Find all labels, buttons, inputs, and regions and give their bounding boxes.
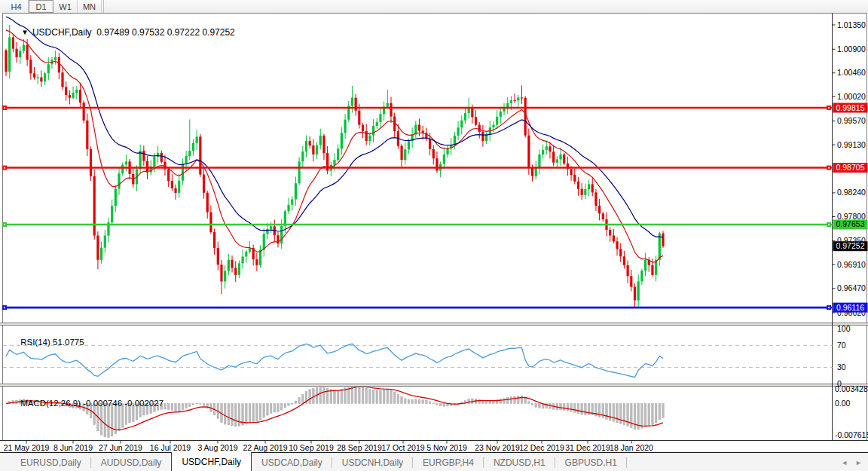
candle-body (96, 236, 99, 260)
tab-eurusd-daily[interactable]: EURUSD,Daily (11, 453, 91, 471)
candle-body (623, 256, 625, 265)
candle-body (188, 151, 191, 156)
tab-gbpusd-h1[interactable]: GBPUSD,H1 (555, 453, 627, 471)
chart-title: ▼USDCHF,Daily 0.97489 0.97532 0.97222 0.… (5, 17, 235, 48)
tab-scroll-right-icon[interactable]: ► (855, 459, 862, 466)
timeframe-button-w1[interactable]: W1 (53, 0, 78, 13)
macd-bar (393, 392, 396, 403)
support-line-0.96116-handle-dot (828, 307, 830, 308)
macd-bar (539, 404, 541, 408)
candle-body (584, 189, 586, 195)
candle-body (563, 154, 565, 164)
macd-bar (585, 404, 587, 415)
macd-bar (570, 404, 573, 412)
macd-bar (245, 404, 247, 424)
candle-body (199, 136, 201, 174)
candle-body (591, 184, 594, 192)
tab-usdcad-daily[interactable]: USDCAD,Daily (252, 453, 332, 471)
candle-body (125, 161, 127, 164)
macd-bar (510, 397, 512, 404)
timeframe-button-mn[interactable]: MN (78, 0, 102, 13)
price-tick-label: 0.99130 (837, 140, 866, 149)
candle-body (460, 121, 463, 127)
candle-body (637, 281, 640, 300)
candle-body (521, 97, 523, 98)
macd-bar (259, 404, 261, 421)
macd-bar (351, 384, 353, 403)
tab-eurgbp-h4[interactable]: EURGBP,H4 (413, 453, 484, 471)
candle-body (619, 249, 622, 256)
tab-usdchf-daily[interactable]: USDCHF,Daily (171, 452, 252, 471)
candle-body (372, 126, 374, 136)
macd-bar (249, 404, 251, 423)
macd-bar (182, 404, 184, 410)
candle-body (464, 113, 466, 121)
date-tick-label: 18 Jan 2020 (610, 443, 653, 452)
timeframe-button-h4[interactable]: H4 (5, 0, 29, 13)
candle-body (436, 158, 438, 170)
chart-canvas[interactable]: 1.013501.009001.004601.000200.995700.991… (0, 13, 868, 452)
macd-bar (238, 404, 240, 427)
macd-bar (655, 404, 657, 424)
candle-body (481, 132, 484, 141)
macd-bar (274, 404, 276, 412)
macd-bar (468, 399, 470, 404)
macd-bar (613, 404, 615, 422)
macd-bar (521, 396, 523, 403)
macd-bar (404, 399, 406, 404)
tab-audusd-daily[interactable]: AUDUSD,Daily (91, 453, 172, 471)
candle-body (61, 72, 63, 87)
timeframe-button-d1[interactable]: D1 (29, 0, 53, 13)
candle-body (209, 213, 212, 232)
macd-bar (436, 404, 439, 405)
date-tick-label: 27 Jun 2019 (99, 443, 142, 452)
tab-separator (626, 457, 627, 468)
candle-body (573, 175, 576, 182)
price-tick-label: 0.99570 (837, 116, 866, 125)
price-tick-label: 0.98240 (837, 188, 866, 197)
date-tick-label: 23 Nov 2019 (475, 443, 520, 452)
candle-body (69, 95, 71, 98)
candle-body (213, 232, 215, 248)
candle-body (121, 165, 124, 174)
chart-surface[interactable]: 1.013501.009001.004601.000200.995700.991… (0, 13, 868, 452)
candle-body (255, 259, 258, 265)
rsi-axis-label-100: 100 (837, 324, 851, 333)
candle-body (368, 136, 371, 141)
candle-body (192, 143, 194, 151)
candle-body (75, 90, 78, 93)
macd-bar (295, 401, 297, 403)
macd-bar (252, 404, 255, 422)
candle-body (270, 226, 272, 229)
macd-bar (567, 404, 569, 411)
candle-body (40, 78, 42, 82)
date-tick-label: 5 Nov 2019 (426, 443, 467, 452)
macd-bar (380, 390, 382, 404)
candle-body (478, 125, 481, 133)
candle-body (454, 136, 456, 145)
candle-body (613, 236, 615, 242)
macd-bar (291, 403, 293, 404)
candle-body (5, 50, 7, 72)
candle-body (37, 78, 39, 78)
macd-bar (319, 387, 322, 404)
macd-bar (506, 398, 509, 404)
tab-nzdusd-h1[interactable]: NZDUSD,H1 (484, 453, 555, 471)
macd-bar (429, 402, 431, 404)
tab-scroll-left-icon[interactable]: ◄ (841, 459, 848, 466)
macd-bar (284, 404, 286, 408)
tab-usdcnh-daily[interactable]: USDCNH,Daily (332, 453, 413, 471)
candle-body (651, 265, 653, 275)
macd-bar (203, 404, 205, 406)
candle-body (379, 114, 381, 122)
macd-bar (302, 394, 304, 403)
symbol-tabs: EURUSD,DailyAUDUSD,DailyUSDCHF,DailyUSDC… (11, 453, 627, 471)
candle-body (390, 103, 392, 117)
price-tick-label: 0.96470 (837, 283, 866, 292)
macd-bar (439, 404, 442, 406)
macd-bar (606, 404, 608, 420)
candle-body (259, 249, 261, 265)
macd-bar (422, 399, 424, 403)
price-tick-label: 1.00020 (837, 92, 866, 101)
macd-bar (443, 404, 445, 407)
